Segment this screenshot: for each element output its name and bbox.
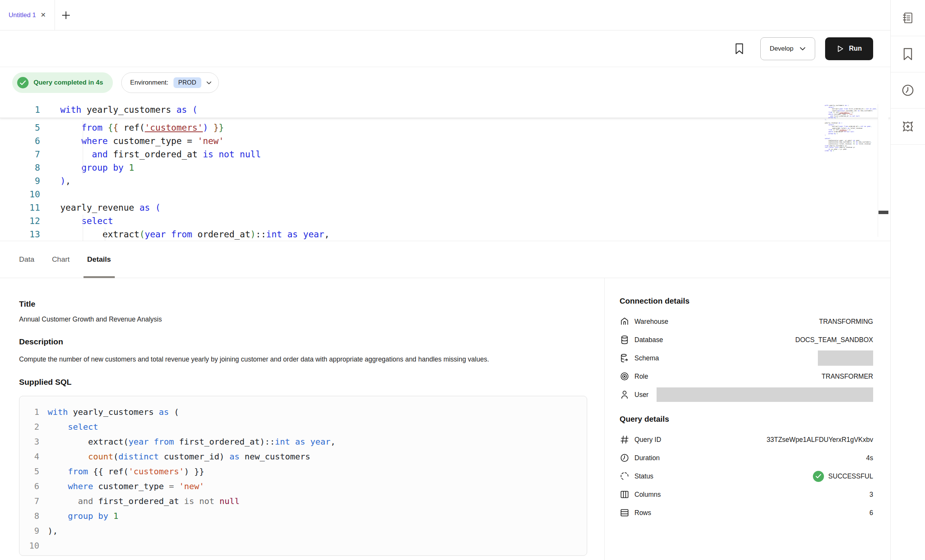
title-value: Annual Customer Growth and Revenue Analy… bbox=[19, 315, 604, 323]
code-line: 10 bbox=[0, 188, 890, 201]
tab-untitled-1[interactable]: Untitled 1 ✕ bbox=[0, 0, 55, 30]
rows-value: 6 bbox=[869, 509, 873, 517]
role-value: TRANSFORMER bbox=[822, 373, 873, 381]
status-spinner-icon bbox=[620, 471, 630, 481]
description-value: Compute the number of new customers and … bbox=[19, 352, 530, 366]
row-role: Role TRANSFORMER bbox=[620, 367, 873, 386]
database-icon bbox=[620, 335, 630, 345]
user-redacted-value bbox=[657, 387, 873, 402]
duration-value: 4s bbox=[866, 454, 873, 462]
code-line: 6 where customer_type = 'new' bbox=[0, 134, 890, 148]
code-line: 9), bbox=[0, 174, 890, 188]
toolbar: Develop Run bbox=[0, 30, 890, 67]
row-columns: Columns 3 bbox=[620, 485, 873, 504]
columns-value: 3 bbox=[869, 491, 873, 499]
code-line: 3 extract(year from first_ordered_at)::i… bbox=[19, 434, 587, 449]
row-status: Status SUCCESSFUL bbox=[620, 467, 873, 485]
code-line: 8 group by 1 bbox=[19, 509, 587, 523]
row-rows: Rows 6 bbox=[620, 504, 873, 522]
row-user: User bbox=[620, 386, 873, 404]
status-text: SUCCESSFUL bbox=[828, 472, 873, 480]
vertical-divider bbox=[604, 278, 605, 560]
row-query-id: Query ID 33TZseWpe1ALFDUYerxR1gVKxbv bbox=[620, 430, 873, 449]
code-line: 13 extract(year from ordered_at)::int as… bbox=[0, 228, 890, 241]
code-line: 5 from {{ ref('customers') }} bbox=[0, 121, 890, 134]
environment-selector[interactable]: Environment: PROD bbox=[121, 72, 219, 93]
run-label: Run bbox=[849, 45, 862, 53]
query-status-pill: Query completed in 4s bbox=[12, 72, 113, 93]
bookmark-icon bbox=[734, 43, 744, 54]
description-heading: Description bbox=[19, 337, 604, 346]
title-heading: Title bbox=[19, 299, 604, 309]
code-line: 12 select bbox=[0, 214, 890, 228]
row-schema: Schema bbox=[620, 349, 873, 367]
code-line: 8 group by 1 bbox=[0, 161, 890, 174]
query-details-heading: Query details bbox=[620, 414, 873, 424]
close-tab-icon[interactable]: ✕ bbox=[40, 12, 46, 18]
columns-icon bbox=[620, 490, 630, 499]
hash-icon bbox=[620, 435, 630, 445]
main-area: Untitled 1 ✕ Develop Run Query completed… bbox=[0, 0, 890, 560]
code-line: 11yearly_revenue as ( bbox=[0, 201, 890, 214]
row-warehouse: Warehouse TRANSFORMING bbox=[620, 312, 873, 331]
editor-scrollbar-track[interactable] bbox=[878, 104, 888, 237]
query-status-text: Query completed in 4s bbox=[34, 79, 103, 86]
notebook-panel-button[interactable] bbox=[891, 0, 925, 36]
row-duration: Duration 4s bbox=[620, 449, 873, 467]
develop-button[interactable]: Develop bbox=[760, 37, 815, 60]
play-icon bbox=[836, 45, 844, 53]
sql-editor[interactable]: 1with yearly_customers as ( 5 from {{ re… bbox=[0, 98, 890, 241]
notebook-icon bbox=[901, 11, 914, 24]
plus-icon bbox=[61, 10, 71, 20]
details-pane: Title Annual Customer Growth and Revenue… bbox=[0, 278, 890, 560]
editor-minimap[interactable]: with yearly_customers as ( select extrac… bbox=[805, 105, 854, 152]
warehouse-value: TRANSFORMING bbox=[819, 318, 873, 326]
code-line: 2 select bbox=[19, 419, 587, 434]
code-line: order by 1 bbox=[805, 150, 854, 152]
query-details-rows: Query ID 33TZseWpe1ALFDUYerxR1gVKxbv Dur… bbox=[620, 430, 873, 522]
tab-data[interactable]: Data bbox=[18, 241, 35, 278]
details-right-column: Connection details Warehouse TRANSFORMIN… bbox=[620, 278, 873, 522]
duration-clock-icon bbox=[620, 453, 630, 463]
code-line: 5 from {{ ref('customers') }} bbox=[19, 464, 587, 479]
code-line: 7 and first_ordered_at is not null bbox=[19, 494, 587, 509]
connection-details-heading: Connection details bbox=[620, 296, 873, 306]
code-line: 1with yearly_customers as ( bbox=[0, 103, 890, 117]
row-database: Database DOCS_TEAM_SANDBOX bbox=[620, 331, 873, 349]
environment-badge: PROD bbox=[173, 77, 201, 88]
bookmarks-panel-button[interactable] bbox=[891, 36, 925, 72]
tab-title: Untitled 1 bbox=[8, 11, 36, 19]
user-icon bbox=[620, 390, 630, 400]
environment-label: Environment: bbox=[130, 79, 168, 86]
chevron-down-icon bbox=[800, 47, 806, 51]
tab-chart[interactable]: Chart bbox=[51, 241, 70, 278]
code-line: 6 where customer_type = 'new' bbox=[19, 479, 587, 494]
code-line: 4 count(distinct customer_id) as new_cus… bbox=[19, 449, 587, 464]
dbt-logo-icon bbox=[901, 120, 915, 133]
editor-code-lines[interactable]: 5 from {{ ref('customers') }}6 where cus… bbox=[0, 121, 890, 241]
run-button[interactable]: Run bbox=[825, 37, 873, 60]
editor-sticky-line: 1with yearly_customers as ( bbox=[0, 98, 890, 118]
editor-scrollbar-thumb[interactable] bbox=[878, 211, 888, 214]
bookmark-icon bbox=[902, 48, 914, 61]
role-icon bbox=[620, 371, 630, 381]
dbt-panel-button[interactable] bbox=[891, 109, 925, 145]
supplied-sql-block: 1with yearly_customers as (2 select3 ext… bbox=[19, 396, 587, 556]
success-check-icon bbox=[17, 77, 29, 88]
status-success-icon bbox=[813, 471, 824, 482]
bookmark-button[interactable] bbox=[734, 43, 744, 54]
code-line: 1with yearly_customers as ( bbox=[19, 405, 587, 419]
details-left-column: Title Annual Customer Growth and Revenue… bbox=[0, 278, 604, 556]
code-line: 10 bbox=[19, 538, 587, 553]
clock-icon bbox=[901, 84, 914, 97]
history-panel-button[interactable] bbox=[891, 72, 925, 109]
tab-details[interactable]: Details bbox=[87, 241, 112, 278]
indent-guide bbox=[105, 228, 105, 241]
code-line: 9), bbox=[19, 523, 587, 538]
rows-icon bbox=[620, 508, 630, 518]
connection-details-rows: Warehouse TRANSFORMING Database DOCS_TEA… bbox=[620, 312, 873, 404]
query-id-value: 33TZseWpe1ALFDUYerxR1gVKxbv bbox=[767, 436, 873, 444]
chevron-down-icon bbox=[206, 81, 212, 85]
query-status-row: Query completed in 4s Environment: PROD bbox=[0, 67, 890, 98]
new-tab-button[interactable] bbox=[55, 0, 77, 30]
